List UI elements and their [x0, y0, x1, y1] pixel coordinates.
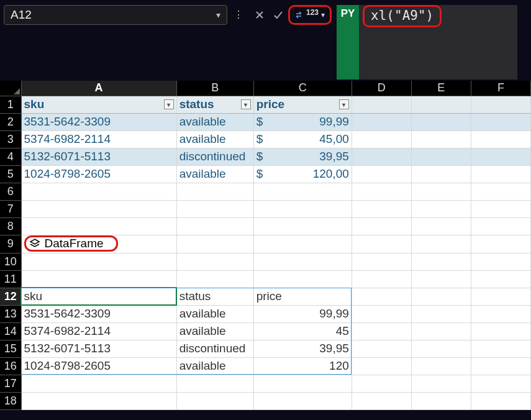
cell-A2[interactable]: 3531-5642-3309 [21, 113, 176, 130]
cell-C6[interactable] [253, 183, 352, 200]
cell-E9[interactable] [411, 235, 471, 253]
cell-A15[interactable]: 5132-6071-5113 [21, 340, 176, 357]
col-header-F[interactable]: F [471, 81, 530, 96]
cell-C9[interactable] [253, 235, 352, 253]
row-header-18[interactable]: 18 [0, 392, 21, 409]
row-header-16[interactable]: 16 [0, 357, 21, 375]
cell-E13[interactable] [411, 305, 471, 322]
cell-E14[interactable] [411, 322, 471, 340]
cell-C8[interactable] [253, 217, 352, 235]
cell-F1[interactable] [471, 96, 530, 113]
cell-E6[interactable] [411, 183, 471, 200]
row-header-15[interactable]: 15 [0, 340, 21, 357]
cell-C13[interactable]: 99,99 [253, 305, 352, 322]
cell-D1[interactable] [352, 96, 411, 113]
cell-B3[interactable]: available [176, 130, 253, 148]
cell-B7[interactable] [176, 200, 253, 217]
cell-D12[interactable] [352, 288, 411, 305]
kebab-icon[interactable]: ⋮ [234, 9, 245, 21]
cell-F3[interactable] [471, 130, 530, 148]
row-header-7[interactable]: 7 [0, 200, 21, 217]
cell-C11[interactable] [253, 270, 352, 288]
cell-E5[interactable] [411, 165, 471, 183]
cell-B13[interactable]: available [176, 305, 253, 322]
cell-E10[interactable] [411, 253, 471, 270]
cell-A8[interactable] [21, 217, 176, 235]
cell-B4[interactable]: discontinued [176, 148, 253, 165]
col-header-C[interactable]: C [253, 81, 352, 96]
cell-C7[interactable] [253, 200, 352, 217]
cell-B18[interactable] [176, 392, 253, 409]
cell-C5[interactable]: $120,00 [253, 165, 352, 183]
cell-A11[interactable] [21, 270, 176, 288]
row-header-8[interactable]: 8 [0, 217, 21, 235]
cell-D14[interactable] [352, 322, 411, 340]
cell-B6[interactable] [176, 183, 253, 200]
col-header-A[interactable]: A [21, 81, 176, 96]
cell-A4[interactable]: 5132-6071-5113 [21, 148, 176, 165]
cell-F5[interactable] [471, 165, 530, 183]
cell-E15[interactable] [411, 340, 471, 357]
row-header-11[interactable]: 11 [0, 270, 21, 288]
cell-E1[interactable] [411, 96, 471, 113]
cell-A14[interactable]: 5374-6982-2114 [21, 322, 176, 340]
cell-E2[interactable] [411, 113, 471, 130]
cell-A10[interactable] [21, 253, 176, 270]
cell-D18[interactable] [352, 392, 411, 409]
cell-C14[interactable]: 45 [253, 322, 352, 340]
cell-B8[interactable] [176, 217, 253, 235]
cell-F17[interactable] [471, 375, 530, 392]
cell-F11[interactable] [471, 270, 530, 288]
spreadsheet-grid[interactable]: ABCDEF1sku▾status▾price▾23531-5642-3309a… [0, 81, 531, 410]
cell-A16[interactable]: 1024-8798-2605 [21, 357, 176, 375]
cancel-button[interactable] [251, 6, 268, 24]
cell-A13[interactable]: 3531-5642-3309 [21, 305, 176, 322]
cell-A9[interactable]: DataFrame [21, 235, 176, 253]
cell-E8[interactable] [411, 217, 471, 235]
cell-B5[interactable]: available [176, 165, 253, 183]
cell-A3[interactable]: 5374-6982-2114 [21, 130, 176, 148]
cell-C12[interactable]: price [253, 288, 352, 305]
cell-D6[interactable] [352, 183, 411, 200]
python-editor[interactable]: xl("A9") [359, 5, 517, 80]
row-header-1[interactable]: 1 [0, 96, 21, 113]
row-header-2[interactable]: 2 [0, 113, 21, 130]
row-header-17[interactable]: 17 [0, 375, 21, 392]
name-box-wrap[interactable]: ▾ [4, 5, 227, 25]
cell-B2[interactable]: available [176, 113, 253, 130]
cell-F6[interactable] [471, 183, 530, 200]
row-header-9[interactable]: 9 [0, 235, 21, 253]
cell-B12[interactable]: status [176, 288, 253, 305]
chevron-down-icon[interactable]: ▾ [216, 10, 220, 20]
cell-C2[interactable]: $99,99 [253, 113, 352, 130]
cell-F7[interactable] [471, 200, 530, 217]
cell-E12[interactable] [411, 288, 471, 305]
cell-B1[interactable]: status▾ [176, 96, 253, 113]
cell-D8[interactable] [352, 217, 411, 235]
dataframe-pill[interactable]: DataFrame [24, 235, 118, 252]
row-header-12[interactable]: 12 [0, 288, 21, 305]
cell-F15[interactable] [471, 340, 530, 357]
cell-B9[interactable] [176, 235, 253, 253]
col-header-E[interactable]: E [411, 81, 471, 96]
cell-F13[interactable] [471, 305, 530, 322]
cell-A5[interactable]: 1024-8798-2605 [21, 165, 176, 183]
cell-E16[interactable] [411, 357, 471, 375]
col-header-D[interactable]: D [352, 81, 411, 96]
cell-C10[interactable] [253, 253, 352, 270]
cell-B11[interactable] [176, 270, 253, 288]
cell-A12[interactable]: sku [21, 288, 176, 305]
col-header-B[interactable]: B [176, 81, 253, 96]
cell-D17[interactable] [352, 375, 411, 392]
cell-A6[interactable] [21, 183, 176, 200]
filter-button[interactable]: ▾ [164, 99, 174, 109]
row-header-4[interactable]: 4 [0, 148, 21, 165]
row-header-14[interactable]: 14 [0, 322, 21, 340]
cell-D13[interactable] [352, 305, 411, 322]
cell-E4[interactable] [411, 148, 471, 165]
cell-D10[interactable] [352, 253, 411, 270]
cell-E7[interactable] [411, 200, 471, 217]
cell-B10[interactable] [176, 253, 253, 270]
cell-D2[interactable] [352, 113, 411, 130]
row-header-6[interactable]: 6 [0, 183, 21, 200]
